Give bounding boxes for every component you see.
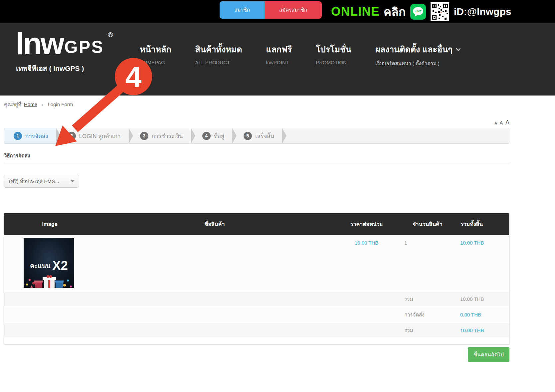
step-tab-payment[interactable]: 3 การชำระเงิน — [129, 128, 191, 143]
line-id-text: iD:@lnwgps — [454, 6, 511, 17]
cart-table-header: Image ชื่อสินค้า ราคาต่อหน่วย จำนวนสินค้… — [4, 213, 509, 235]
nav-title: ผลงานติดตั้ง และอื่นๆ — [375, 45, 453, 54]
breadcrumb: คุณอยู่ที่: Home › Login Form — [4, 96, 509, 108]
line-icon[interactable]: LINE — [410, 4, 426, 20]
font-size-large-button[interactable]: A — [505, 119, 509, 126]
step-number-badge: 5 — [244, 132, 252, 140]
topbar: สมาชิก สมัครสมาชิก ONLINE คลิก LINE iD:@… — [0, 0, 555, 23]
gift-boxes-icon — [24, 274, 74, 288]
grand-total-row: รวม 10.00 THB — [4, 322, 509, 337]
font-size-small-button[interactable]: A — [494, 121, 497, 125]
nav-item-promotion[interactable]: โปรโมชั่น PROMOTION — [316, 43, 351, 68]
line-total-value: 10.00 THB — [456, 235, 509, 246]
logo-subtitle: เทพจีพีเอส ( lnwGPS ) — [16, 63, 113, 74]
shipping-method-value: (ฟรี) ทั่วประเทศ EMS... — [9, 177, 59, 185]
shipping-cost-label: การจัดส่ง — [399, 311, 456, 319]
nav-subtitle: PROMOTION — [316, 60, 351, 65]
quantity-value: 1 — [399, 235, 456, 246]
member-button[interactable]: สมาชิก — [220, 1, 265, 19]
online-text: ONLINE — [331, 5, 380, 19]
step-label: การชำระเงิน — [152, 131, 183, 140]
step-number-badge: 3 — [140, 132, 148, 140]
font-size-controls: A A A — [4, 119, 509, 126]
grand-total-value: 10.00 THB — [456, 327, 509, 333]
step-label: การจัดส่ง — [25, 131, 48, 140]
step-tab-address[interactable]: 4 ที่อยู่ — [191, 128, 232, 143]
shipping-cost-value: 0.00 THB — [456, 312, 509, 317]
step-tab-shipping[interactable]: 1 การจัดส่ง — [4, 128, 56, 143]
site-header: lnw GPS ® เทพจีพีเอส ( lnwGPS ) หน้าหลัก… — [0, 23, 555, 96]
registered-mark: ® — [108, 31, 113, 39]
logo-gps-text: GPS — [64, 37, 104, 57]
col-header-quantity: จำนวนสินค้า — [399, 220, 456, 228]
nav-title: หน้าหลัก — [140, 43, 171, 56]
click-text: คลิก — [384, 3, 406, 21]
nav-subtitle: HOMEPAG — [140, 60, 171, 65]
step-number-badge: 4 — [202, 132, 211, 140]
breadcrumb-home-link[interactable]: Home — [24, 101, 37, 107]
topbar-buttons: สมาชิก สมัครสมาชิก — [220, 1, 322, 19]
points-x2-graphic: คะแนนX2 — [24, 259, 74, 273]
col-header-unit-price: ราคาต่อหน่วย — [334, 220, 399, 228]
nav-item-free-points[interactable]: แลกฟรี lnwPOINT — [266, 43, 292, 68]
nav-title: สินค้าทั้งหมด — [195, 43, 242, 56]
nav-item-portfolio[interactable]: ผลงานติดตั้ง และอื่นๆ เว็บบอร์ดสนทนา ( ต… — [375, 43, 460, 68]
col-header-total: รวมทั้งสิ้น — [456, 220, 509, 228]
logo-lnw-text: lnw — [16, 29, 63, 58]
cart-bottom-spacer — [4, 337, 509, 344]
step-label: เสร็จสิ้น — [255, 131, 274, 140]
chevron-down-icon — [456, 46, 460, 51]
step-label: ที่อยู่ — [214, 131, 224, 140]
qr-code-image — [431, 2, 449, 21]
divider — [4, 164, 509, 164]
product-thumbnail[interactable]: คะแนนX2 — [24, 238, 74, 288]
step-number-badge: 2 — [68, 132, 76, 140]
cart-item-row: คะแนนX2 — [4, 235, 509, 291]
unit-price-value: 10.00 THB — [334, 235, 399, 246]
next-step-button[interactable]: ขั้นตอนถัดไป — [468, 347, 509, 362]
breadcrumb-separator: › — [42, 101, 43, 107]
col-header-product-name: ชื่อสินค้า — [95, 220, 334, 228]
shipping-cost-row: การจัดส่ง 0.00 THB — [4, 306, 509, 322]
line-icon-label: LINE — [415, 10, 422, 13]
main-nav: หน้าหลัก HOMEPAG สินค้าทั้งหมด ALL PRODU… — [140, 43, 460, 68]
logo[interactable]: lnw GPS ® เทพจีพีเอส ( lnwGPS ) — [16, 29, 113, 74]
subtotal-row: รวม 10.00 THB — [4, 291, 509, 306]
cart-table: Image ชื่อสินค้า ราคาต่อหน่วย จำนวนสินค้… — [4, 213, 509, 344]
nav-subtitle: เว็บบอร์ดสนทนา ( ตั้งคำถาม ) — [375, 60, 460, 68]
nav-subtitle: lnwPOINT — [266, 60, 292, 65]
subtotal-label: รวม — [399, 295, 456, 303]
shipping-method-label: วิธีการจัดส่ง — [4, 152, 509, 160]
nav-title: แลกฟรี — [266, 43, 292, 56]
caret-down-icon — [71, 180, 74, 182]
nav-item-all-products[interactable]: สินค้าทั้งหมด ALL PRODUCT — [195, 43, 242, 68]
checkout-step-wizard: 1 การจัดส่ง 2 LOGIN ลูกค้าเก่า 3 การชำระ… — [4, 128, 509, 144]
shipping-method-dropdown[interactable]: (ฟรี) ทั่วประเทศ EMS... — [4, 175, 79, 188]
nav-item-home[interactable]: หน้าหลัก HOMEPAG — [140, 43, 171, 68]
main-content: คุณอยู่ที่: Home › Login Form A A A 1 กา… — [4, 96, 509, 362]
breadcrumb-current: Login Form — [48, 101, 73, 107]
step-number-badge: 1 — [14, 132, 22, 140]
register-button[interactable]: สมัครสมาชิก — [265, 1, 322, 19]
step-tab-finish[interactable]: 5 เสร็จสิ้น — [232, 128, 282, 143]
step-tab-login[interactable]: 2 LOGIN ลูกค้าเก่า — [56, 128, 129, 143]
subtotal-value: 10.00 THB — [456, 296, 509, 302]
breadcrumb-prefix: คุณอยู่ที่: — [4, 101, 23, 107]
grand-total-label: รวม — [399, 326, 456, 334]
online-click-banner[interactable]: ONLINE คลิก LINE iD:@lnwgps — [331, 0, 511, 23]
nav-subtitle: ALL PRODUCT — [195, 60, 242, 65]
col-header-image: Image — [4, 221, 95, 227]
nav-title: โปรโมชั่น — [316, 43, 351, 56]
step-label: LOGIN ลูกค้าเก่า — [79, 131, 121, 140]
font-size-medium-button[interactable]: A — [500, 120, 503, 125]
